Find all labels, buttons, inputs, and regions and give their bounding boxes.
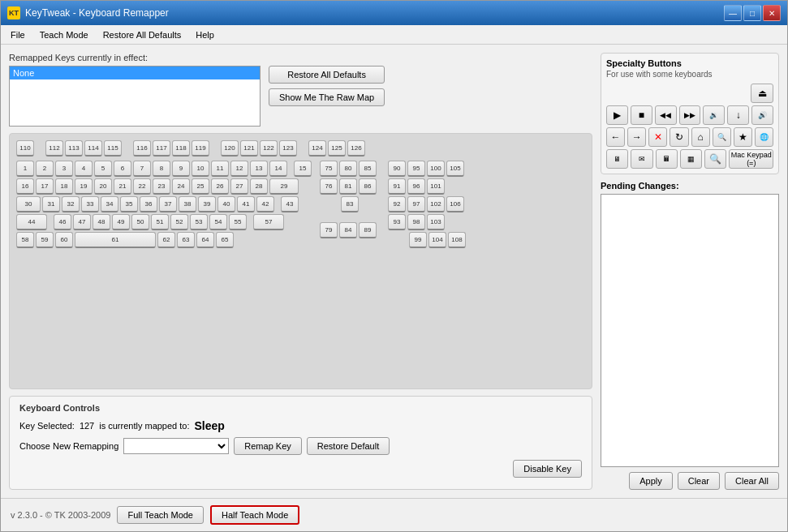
key-116[interactable]: 116	[133, 140, 151, 157]
key-85[interactable]: 85	[359, 161, 377, 177]
half-teach-mode-button[interactable]: Half Teach Mode	[210, 505, 299, 525]
sp-btn-stop[interactable]: ■	[631, 105, 652, 125]
key-120[interactable]: 120	[221, 140, 239, 157]
key-25[interactable]: 25	[192, 178, 209, 195]
key-112[interactable]: 112	[45, 140, 63, 157]
sp-btn-pc[interactable]: 🖥	[606, 149, 628, 169]
key-89[interactable]: 89	[359, 222, 377, 238]
key-30[interactable]: 30	[16, 196, 41, 212]
key-125[interactable]: 125	[328, 140, 346, 157]
key-102[interactable]: 102	[427, 196, 445, 212]
apply-button[interactable]: Apply	[629, 472, 673, 490]
key-81[interactable]: 81	[339, 178, 357, 195]
key-90[interactable]: 90	[388, 161, 406, 177]
key-121[interactable]: 121	[240, 140, 258, 157]
key-8[interactable]: 8	[153, 161, 170, 177]
key-7[interactable]: 7	[133, 161, 151, 177]
key-35[interactable]: 35	[120, 196, 138, 212]
key-21[interactable]: 21	[114, 178, 131, 195]
maximize-button[interactable]: □	[743, 5, 761, 21]
key-105[interactable]: 105	[446, 161, 464, 177]
key-49[interactable]: 49	[112, 214, 130, 230]
sp-btn-mail[interactable]: ✉	[631, 149, 652, 169]
key-34[interactable]: 34	[101, 196, 118, 212]
key-52[interactable]: 52	[170, 214, 188, 230]
key-38[interactable]: 38	[179, 196, 196, 212]
key-5[interactable]: 5	[94, 161, 112, 177]
key-29[interactable]: 29	[269, 178, 299, 195]
key-1[interactable]: 1	[16, 161, 34, 177]
key-10[interactable]: 10	[192, 161, 209, 177]
key-97[interactable]: 97	[407, 196, 425, 212]
key-22[interactable]: 22	[133, 178, 151, 195]
key-18[interactable]: 18	[55, 178, 73, 195]
key-32[interactable]: 32	[62, 196, 80, 212]
key-6[interactable]: 6	[114, 161, 131, 177]
sp-btn-home[interactable]: ⌂	[691, 127, 710, 147]
key-108[interactable]: 108	[448, 232, 466, 248]
sp-btn-vol-down[interactable]: 🔉	[703, 105, 725, 125]
key-33[interactable]: 33	[81, 196, 99, 212]
key-84[interactable]: 84	[339, 222, 357, 238]
key-17[interactable]: 17	[36, 178, 54, 195]
key-15[interactable]: 15	[294, 161, 312, 177]
key-106[interactable]: 106	[446, 196, 464, 212]
key-16[interactable]: 16	[16, 178, 34, 195]
key-47[interactable]: 47	[73, 214, 91, 230]
key-101[interactable]: 101	[427, 178, 445, 195]
key-53[interactable]: 53	[190, 214, 208, 230]
key-62[interactable]: 62	[157, 232, 175, 248]
key-12[interactable]: 12	[230, 161, 248, 177]
key-93[interactable]: 93	[388, 214, 406, 230]
key-43[interactable]: 43	[281, 196, 299, 212]
key-110[interactable]: 110	[16, 140, 34, 157]
sp-btn-play[interactable]: ▶	[606, 105, 628, 125]
menu-teach-mode[interactable]: Teach Mode	[33, 28, 95, 41]
key-122[interactable]: 122	[260, 140, 278, 157]
key-54[interactable]: 54	[209, 214, 227, 230]
key-3[interactable]: 3	[55, 161, 73, 177]
key-83[interactable]: 83	[341, 196, 359, 212]
show-raw-map-button[interactable]: Show Me The Raw Map	[269, 88, 385, 106]
key-44[interactable]: 44	[16, 214, 47, 230]
key-59[interactable]: 59	[36, 232, 54, 248]
sp-btn-stop2[interactable]: ✕	[648, 127, 667, 147]
key-40[interactable]: 40	[217, 196, 235, 212]
key-96[interactable]: 96	[407, 178, 425, 195]
key-48[interactable]: 48	[93, 214, 110, 230]
key-19[interactable]: 19	[75, 178, 93, 195]
clear-all-button[interactable]: Clear All	[725, 472, 779, 490]
key-123[interactable]: 123	[279, 140, 297, 157]
key-37[interactable]: 37	[159, 196, 177, 212]
key-63[interactable]: 63	[177, 232, 195, 248]
key-98[interactable]: 98	[407, 214, 425, 230]
key-91[interactable]: 91	[388, 178, 406, 195]
sp-btn-bar[interactable]: ▦	[680, 149, 702, 169]
key-115[interactable]: 115	[104, 140, 122, 157]
key-75[interactable]: 75	[320, 161, 338, 177]
key-14[interactable]: 14	[269, 161, 287, 177]
key-119[interactable]: 119	[192, 140, 209, 157]
sp-btn-prev[interactable]: ◀◀	[655, 105, 677, 125]
key-117[interactable]: 117	[153, 140, 170, 157]
key-79[interactable]: 79	[320, 222, 338, 238]
key-103[interactable]: 103	[427, 214, 445, 230]
key-60[interactable]: 60	[55, 232, 73, 248]
key-80[interactable]: 80	[339, 161, 357, 177]
key-4[interactable]: 4	[75, 161, 93, 177]
key-11[interactable]: 11	[211, 161, 229, 177]
menu-restore-all-defaults[interactable]: Restore All Defaults	[97, 28, 188, 41]
clear-button[interactable]: Clear	[678, 472, 720, 490]
key-86[interactable]: 86	[359, 178, 377, 195]
key-64[interactable]: 64	[196, 232, 214, 248]
key-58[interactable]: 58	[16, 232, 34, 248]
key-124[interactable]: 124	[308, 140, 326, 157]
sp-btn-next[interactable]: ▶▶	[679, 105, 701, 125]
sp-btn-search[interactable]: 🔍	[713, 127, 731, 147]
key-118[interactable]: 118	[172, 140, 190, 157]
sp-btn-web[interactable]: 🌐	[755, 127, 773, 147]
restore-all-button[interactable]: Restore All Defaults	[269, 66, 385, 84]
key-23[interactable]: 23	[153, 178, 170, 195]
key-24[interactable]: 24	[172, 178, 190, 195]
key-57[interactable]: 57	[253, 214, 284, 230]
